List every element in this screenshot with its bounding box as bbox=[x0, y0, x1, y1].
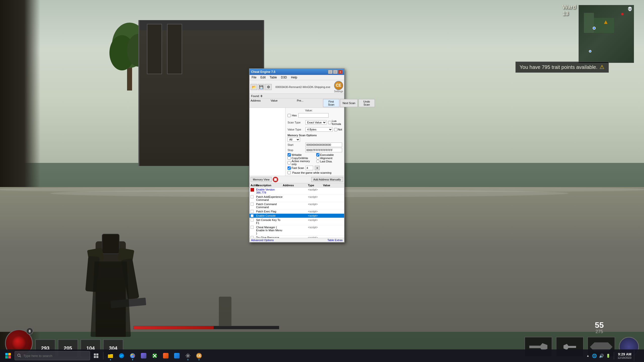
menu-edit[interactable]: Edit bbox=[259, 75, 267, 79]
active-indicator[interactable] bbox=[251, 226, 254, 229]
minimize-button[interactable]: ─ bbox=[328, 70, 333, 74]
file-explorer-button[interactable] bbox=[105, 351, 115, 361]
first-scan-button[interactable]: First Scan bbox=[323, 99, 339, 107]
fast-scan-value[interactable] bbox=[306, 166, 313, 170]
taskbar-app-button-2[interactable] bbox=[161, 351, 171, 361]
pause-checkbox[interactable] bbox=[288, 171, 291, 174]
stop-row: Stop bbox=[288, 148, 342, 152]
taskbar-search-box[interactable] bbox=[15, 351, 90, 360]
show-desktop-button[interactable] bbox=[634, 350, 641, 361]
col-value: Value bbox=[271, 99, 297, 107]
scan-buttons: First Scan Next Scan Undo Scan bbox=[323, 99, 343, 107]
app-icon bbox=[141, 353, 146, 358]
hex-input[interactable] bbox=[298, 113, 329, 118]
taskbar-app-button-3[interactable] bbox=[172, 351, 182, 361]
show-hidden-icons-button[interactable]: ▲ bbox=[586, 354, 589, 357]
undo-scan-button[interactable]: Undo Scan bbox=[358, 99, 375, 107]
value-row: Value: bbox=[286, 108, 344, 112]
scan-type-select[interactable]: Exact Value bbox=[305, 120, 327, 125]
copy-on-write-checkbox[interactable] bbox=[288, 156, 291, 160]
close-button[interactable]: ✕ bbox=[338, 70, 343, 74]
active-indicator[interactable] bbox=[251, 218, 254, 221]
ce-window-controls[interactable]: ─ □ ✕ bbox=[328, 70, 343, 74]
ce-main-content: Value: Hex Scan Type Exact Value Lua for… bbox=[250, 108, 344, 176]
svg-line-9 bbox=[20, 356, 21, 357]
chrome-browser-button[interactable] bbox=[128, 351, 138, 361]
maximize-button[interactable]: □ bbox=[333, 70, 338, 74]
lua-formula-label: Lua formula bbox=[328, 119, 342, 125]
value-type-select[interactable]: 4 Bytes bbox=[305, 127, 333, 132]
windows-start-button[interactable] bbox=[3, 350, 14, 361]
xbox-app-button[interactable] bbox=[150, 351, 160, 361]
lua-formula-checkbox[interactable] bbox=[328, 121, 331, 124]
hex-checkbox[interactable] bbox=[288, 114, 291, 117]
table-row[interactable]: Enable Version 386.778 <script> bbox=[250, 188, 344, 195]
start-input[interactable] bbox=[305, 143, 342, 147]
table-row[interactable]: Enable Console <script> bbox=[250, 214, 344, 218]
row-value bbox=[323, 195, 343, 201]
fast-scan-checkbox[interactable] bbox=[288, 166, 291, 170]
app-active-dot bbox=[110, 359, 111, 360]
add-address-manually-button[interactable]: Add Address Manually bbox=[311, 177, 343, 182]
ce-table-header: Active Description Address Type Value bbox=[250, 183, 344, 188]
table-extras-link[interactable]: Table Extras bbox=[327, 239, 343, 242]
active-indicator[interactable] bbox=[251, 210, 254, 213]
ce-title: Cheat Engine 7.5 bbox=[251, 70, 275, 74]
ce-column-headers: Address Value Pre... First Scan Next Sca… bbox=[250, 99, 344, 108]
next-scan-button[interactable]: Next Scan bbox=[340, 99, 358, 107]
row-type: <script> bbox=[308, 195, 323, 201]
table-row[interactable]: Try Give Resource <script> bbox=[250, 236, 344, 238]
active-indicator[interactable] bbox=[251, 188, 254, 192]
edge-browser-button[interactable] bbox=[116, 351, 127, 361]
row-description: Patch Command Command bbox=[256, 203, 283, 209]
taskbar-app-button[interactable] bbox=[139, 351, 149, 361]
menu-help[interactable]: Help bbox=[290, 75, 298, 79]
app-icon-3 bbox=[174, 353, 180, 358]
settings-button[interactable] bbox=[183, 351, 193, 361]
active-indicator[interactable] bbox=[251, 214, 254, 217]
table-row[interactable]: Patch AddExperience Command <script> bbox=[250, 195, 344, 202]
advanced-options-link[interactable]: Advanced Options bbox=[251, 239, 274, 242]
toolbar-open-btn[interactable]: 📂 bbox=[251, 84, 257, 90]
search-input[interactable] bbox=[23, 354, 74, 358]
active-indicator[interactable] bbox=[251, 195, 254, 198]
table-row[interactable]: Patch Exec Flag <script> bbox=[250, 209, 344, 214]
cheat-engine-window[interactable]: Cheat Engine 7.5 ─ □ ✕ File Edit Table D… bbox=[249, 68, 345, 243]
task-view-button[interactable] bbox=[91, 351, 101, 361]
menu-file[interactable]: File bbox=[251, 75, 257, 79]
fast-scan-clear-btn[interactable]: ✕ bbox=[315, 166, 320, 170]
memory-all-select[interactable]: All bbox=[288, 137, 300, 142]
battery-icon[interactable]: 🔋 bbox=[606, 354, 610, 358]
network-icon[interactable]: 🌐 bbox=[592, 353, 597, 358]
pause-scanning-row: Pause the game while scanning bbox=[288, 171, 342, 174]
last-disas-row: Last Disa. bbox=[316, 160, 342, 163]
last-disas-radio[interactable] bbox=[316, 160, 319, 163]
windows-logo-icon bbox=[5, 353, 11, 358]
stop-input[interactable] bbox=[305, 148, 342, 152]
table-row[interactable]: Patch Command Command <script> bbox=[250, 202, 344, 209]
table-row[interactable]: Set Console Key To F1 <script> bbox=[250, 218, 344, 225]
memory-view-button[interactable]: Memory View bbox=[251, 177, 272, 182]
volume-icon[interactable]: 🔊 bbox=[599, 353, 604, 358]
menu-d3d[interactable]: D3D bbox=[280, 75, 288, 79]
active-indicator[interactable] bbox=[251, 236, 254, 238]
menu-table[interactable]: Table bbox=[269, 75, 278, 79]
clock[interactable]: 9:29 AM 12/19/2023 bbox=[618, 352, 631, 359]
cheat-engine-taskbar-button[interactable]: CE bbox=[194, 351, 204, 361]
executable-checkbox[interactable] bbox=[316, 153, 319, 156]
app-active-dot bbox=[132, 359, 133, 360]
not-checkbox[interactable] bbox=[334, 128, 337, 131]
toolbar-save-btn[interactable]: 💾 bbox=[258, 84, 264, 90]
alignment-radio[interactable] bbox=[316, 156, 319, 160]
active-indicator[interactable] bbox=[251, 203, 254, 206]
taskbar-divider-1 bbox=[103, 352, 103, 359]
stop-button[interactable] bbox=[273, 177, 278, 182]
taskbar: CE ▲ 🌐 🔊 🔋 9:29 AM 12/19/2023 bbox=[0, 349, 644, 362]
found-label: Found: bbox=[251, 95, 260, 98]
active-memory-checkbox[interactable] bbox=[288, 161, 291, 164]
date-display: 12/19/2023 bbox=[618, 356, 631, 359]
toolbar-settings-btn[interactable]: ⚙ bbox=[265, 84, 272, 90]
writable-checkbox[interactable] bbox=[288, 153, 291, 156]
table-row[interactable]: Cheat Manager ( Enable In Main Menu ) <s… bbox=[250, 225, 344, 236]
scan-type-label: Scan Type bbox=[288, 121, 304, 124]
